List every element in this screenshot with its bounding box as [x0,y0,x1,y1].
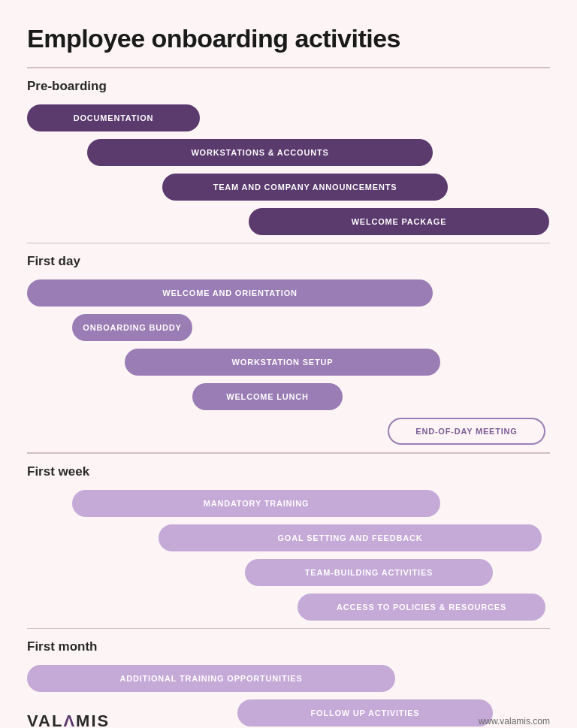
section-label-first-week: First week [27,464,550,479]
activity-bar: TEAM-BUILDING ACTIVITIES [245,559,493,586]
section-label-pre-boarding: Pre-boarding [27,79,550,94]
activity-bar: TEAM AND COMPANY ANNOUNCEMENTS [162,174,448,201]
bar-row: TEAM AND COMPANY ANNOUNCEMENTS [27,174,550,201]
activity-bar: ADDITIONAL TRAINING OPPORTUNITIES [27,665,395,692]
bar-row: WORKSTATIONS & ACCOUNTS [27,139,550,166]
divider [27,67,550,68]
website-url: www.valamis.com [479,716,550,726]
activity-bar: DOCUMENTATION [27,104,200,131]
activity-bar: WORKSTATIONS & ACCOUNTS [87,139,433,166]
activity-bar: WELCOME AND ORIENTATION [27,279,433,307]
page-title: Employee onboarding activities [27,24,550,53]
bar-row: ONBOARDING BUDDY [27,314,550,341]
logo-text: VALΛMIS [27,711,110,728]
bar-row: ADDITIONAL TRAINING OPPORTUNITIES [27,665,550,692]
bar-row: WELCOME LUNCH [27,383,550,410]
section-label-first-day: First day [27,254,550,269]
bar-row: GOAL SETTING AND FEEDBACK [27,524,550,551]
bar-row: WELCOME AND ORIENTATION [27,279,550,307]
section-label-first-month: First month [27,639,550,654]
bar-row: WORKSTATION SETUP [27,349,550,376]
divider [27,452,550,454]
activity-bar: MANDATORY TRAINING [72,490,440,517]
divider [27,628,550,630]
footer: VALΛMIS www.valamis.com [27,711,550,728]
bar-row: WELCOME PACKAGE [27,208,550,235]
bar-row: ACCESS TO POLICIES & RESOURCES [27,594,550,621]
activity-bar: WORKSTATION SETUP [125,349,440,376]
section-first-week: First weekMANDATORY TRAININGGOAL SETTING… [27,452,550,621]
activity-bar: ACCESS TO POLICIES & RESOURCES [298,594,545,621]
bar-row: TEAM-BUILDING ACTIVITIES [27,559,550,586]
activity-bar: END-OF-DAY MEETING [388,418,545,445]
bar-row: MANDATORY TRAINING [27,490,550,517]
activity-bar: ONBOARDING BUDDY [72,314,192,341]
section-pre-boarding: Pre-boardingDOCUMENTATIONWORKSTATIONS & … [27,67,550,235]
section-first-day: First dayWELCOME AND ORIENTATIONONBOARDI… [27,243,550,446]
divider [27,243,550,244]
activity-bar: GOAL SETTING AND FEEDBACK [159,524,542,551]
activity-bar: WELCOME PACKAGE [249,208,549,235]
activity-bar: WELCOME LUNCH [192,383,343,410]
bar-row: DOCUMENTATION [27,104,550,131]
bar-row: END-OF-DAY MEETING [27,418,550,445]
